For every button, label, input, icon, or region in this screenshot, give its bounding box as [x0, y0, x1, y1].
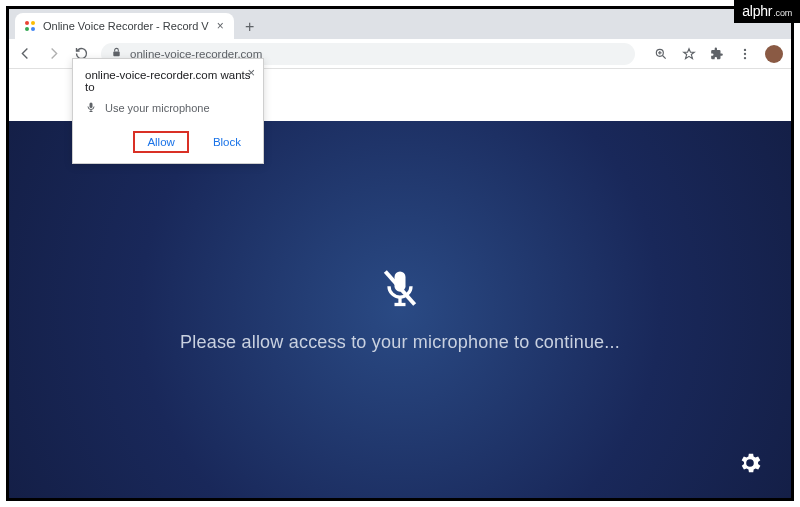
- microphone-icon: [85, 101, 97, 115]
- svg-line-6: [663, 55, 666, 58]
- page-content: Please allow access to your microphone t…: [9, 121, 791, 498]
- settings-button[interactable]: [737, 450, 763, 480]
- svg-rect-4: [113, 52, 119, 57]
- watermark-suffix: .com: [773, 8, 792, 18]
- zoom-icon[interactable]: [653, 46, 669, 62]
- toolbar-right: [653, 45, 783, 63]
- permission-request-row: Use your microphone: [85, 101, 251, 115]
- permission-actions: Allow Block: [85, 131, 251, 153]
- svg-rect-16: [90, 103, 93, 109]
- extensions-icon[interactable]: [709, 46, 725, 62]
- dialog-close-button[interactable]: ×: [247, 65, 255, 80]
- allow-button[interactable]: Allow: [133, 131, 188, 153]
- permission-request-text: Use your microphone: [105, 102, 210, 114]
- new-tab-button[interactable]: +: [238, 15, 262, 39]
- svg-point-2: [25, 27, 29, 31]
- tab-close-button[interactable]: ×: [215, 19, 226, 33]
- svg-point-9: [744, 48, 746, 50]
- mic-muted-icon: [378, 266, 422, 314]
- tab-title: Online Voice Recorder - Record V: [43, 20, 209, 32]
- menu-icon[interactable]: [737, 46, 753, 62]
- block-button[interactable]: Block: [203, 132, 251, 152]
- watermark-brand: alphr: [742, 3, 772, 19]
- bookmark-icon[interactable]: [681, 46, 697, 62]
- back-button[interactable]: [17, 46, 33, 62]
- svg-point-0: [25, 21, 29, 25]
- svg-point-1: [31, 21, 35, 25]
- profile-avatar[interactable]: [765, 45, 783, 63]
- permission-dialog: × online-voice-recorder.com wants to Use…: [72, 58, 264, 164]
- browser-tab[interactable]: Online Voice Recorder - Record V ×: [15, 13, 234, 39]
- permission-message: Please allow access to your microphone t…: [180, 332, 620, 353]
- tab-strip: Online Voice Recorder - Record V × +: [9, 9, 791, 39]
- svg-point-3: [31, 27, 35, 31]
- svg-point-10: [744, 52, 746, 54]
- svg-point-11: [744, 56, 746, 58]
- watermark: alphr.com: [734, 0, 800, 23]
- permission-title: online-voice-recorder.com wants to: [85, 69, 251, 93]
- forward-button[interactable]: [45, 46, 61, 62]
- favicon-icon: [23, 19, 37, 33]
